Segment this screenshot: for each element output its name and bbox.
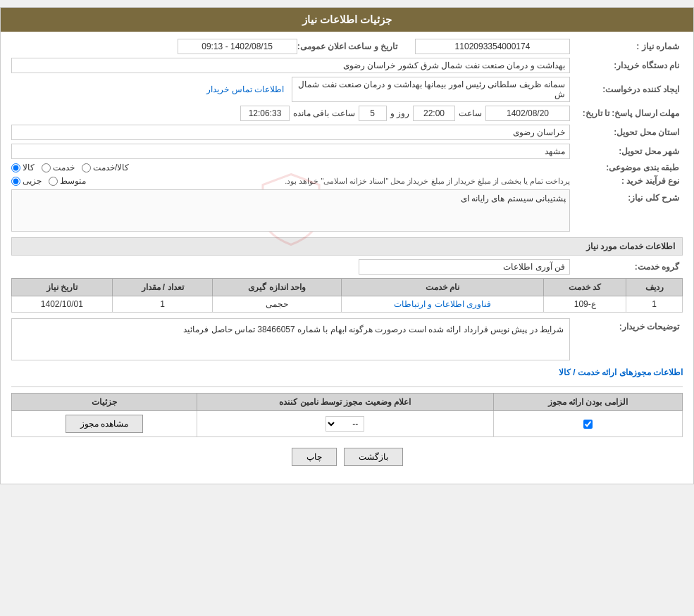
permit-required-checkbox[interactable] <box>583 420 593 429</box>
view-permit-button[interactable]: مشاهده مجوز <box>66 415 143 433</box>
permit-col-status: اعلام وضعیت مجوز توسط نامین کننده <box>197 394 493 411</box>
city-label: شهر محل تحویل: <box>570 146 683 156</box>
category-label: طبقه بندی موضوعی: <box>570 163 683 172</box>
permit-status-select[interactable]: -- دارم ندارم <box>326 416 364 432</box>
announce-label: تاریخ و ساعت اعلان عمومی: <box>297 42 401 51</box>
service-group-value: فن آوری اطلاعات <box>359 259 570 275</box>
print-button[interactable]: چاپ <box>292 448 337 466</box>
permit-col-required: الزامی بودن ارائه مجوز <box>493 394 682 411</box>
process-option-1-label: جزیی <box>23 176 42 186</box>
permit-col-details: جزئیات <box>12 394 197 411</box>
category-row: طبقه بندی موضوعی: کالا/خدمت خدمت کالا <box>11 163 683 172</box>
process-note: پرداخت تمام یا بخشی از مبلغ خریدار از مب… <box>93 177 570 186</box>
permit-table: الزامی بودن ارائه مجوز اعلام وضعیت مجوز … <box>11 393 683 437</box>
permit-status-cell: -- دارم ندارم <box>197 411 493 437</box>
col-header-code: کد خدمت <box>544 279 626 296</box>
category-option-3-label: کالا/خدمت <box>93 163 129 172</box>
description-container: ata tender پشتیبانی سیستم های رایانه ای <box>11 189 570 232</box>
province-row: استان محل تحویل: خراسان رضوی <box>11 125 683 140</box>
service-group-label: گروه خدمت: <box>570 262 683 272</box>
service-group-row: گروه خدمت: فن آوری اطلاعات <box>11 259 683 275</box>
permit-section-link[interactable]: اطلاعات مجوزهای ارائه خدمت / کالا <box>11 364 683 381</box>
col-header-row: ردیف <box>626 279 683 296</box>
city-row: شهر محل تحویل: مشهد <box>11 144 683 159</box>
cell-name: فناوری اطلاعات و ارتباطات <box>342 296 544 313</box>
province-value: خراسان رضوی <box>11 125 570 140</box>
response-deadline-label: مهلت ارسال پاسخ: تا تاریخ: <box>570 108 683 118</box>
divider-1 <box>11 386 683 387</box>
permit-required-checkbox-wrapper <box>500 420 676 429</box>
category-radio-group: کالا/خدمت خدمت کالا <box>11 163 570 172</box>
action-buttons: بازگشت چاپ <box>11 448 683 466</box>
buyer-desc-row: توضیحات خریدار: شرایط در پیش نویس قراردا… <box>11 318 683 360</box>
category-option-1[interactable]: کالا <box>11 163 35 172</box>
services-table: ردیف کد خدمت نام خدمت واحد اندازه گیری ت… <box>11 278 683 313</box>
category-radio-3[interactable] <box>82 163 91 172</box>
process-option-2[interactable]: متوسط <box>49 176 86 186</box>
buyer-desc-label: توضیحات خریدار: <box>570 318 683 332</box>
response-deadline-row: مهلت ارسال پاسخ: تا تاریخ: 1402/08/20 سا… <box>11 106 683 121</box>
process-group: پرداخت تمام یا بخشی از مبلغ خریدار از مب… <box>11 176 570 186</box>
permit-details-cell: مشاهده مجوز <box>12 411 197 437</box>
city-value: مشهد <box>11 144 570 159</box>
category-option-1-label: کالا <box>23 163 35 172</box>
cell-code: ع-109 <box>544 296 626 313</box>
description-row: شرح کلی نیاز: ata tender پشتیبانی سیستم … <box>11 189 683 232</box>
category-option-2-label: خدمت <box>53 163 75 172</box>
response-days: 5 <box>359 106 387 121</box>
buyer-org-row: نام دستگاه خریدار: بهداشت و درمان صنعت ن… <box>11 58 683 73</box>
process-radio-2[interactable] <box>49 177 58 186</box>
category-radio-2[interactable] <box>42 163 51 172</box>
category-option-2[interactable]: خدمت <box>42 163 75 172</box>
process-option-1[interactable]: جزیی <box>11 176 42 186</box>
creator-contact-link[interactable]: اطلاعات تماس خریدار <box>11 82 288 96</box>
category-radio-1[interactable] <box>11 163 20 172</box>
need-number-value: 1102093354000174 <box>415 39 570 54</box>
need-number-label: شماره نیاز : <box>570 42 683 51</box>
back-button[interactable]: بازگشت <box>344 448 403 466</box>
need-number-row: شماره نیاز : 1102093354000174 تاریخ و سا… <box>11 39 683 54</box>
permit-required-cell <box>493 411 682 437</box>
table-row: 1 ع-109 فناوری اطلاعات و ارتباطات حجمی 1… <box>12 296 683 313</box>
services-section-header: اطلاعات خدمات مورد نیاز <box>11 237 683 256</box>
process-label: نوع فرآیند خرید : <box>570 176 683 186</box>
category-option-3[interactable]: کالا/خدمت <box>82 163 129 172</box>
buyer-org-value: بهداشت و درمان صنعت نفت شمال شرق کشور خر… <box>11 58 570 73</box>
cell-qty: 1 <box>112 296 213 313</box>
response-time-label: ساعت <box>459 108 482 118</box>
page-wrapper: جزئیات اطلاعات نیاز شماره نیاز : 1102093… <box>0 7 694 484</box>
announce-value: 1402/08/15 - 09:13 <box>178 39 297 54</box>
cell-unit: حجمی <box>213 296 342 313</box>
response-remaining-label: ساعت باقی مانده <box>293 108 355 118</box>
buyer-desc-value: شرایط در پیش نویس قرارداد ارائه شده است … <box>11 318 570 360</box>
col-header-name: نام خدمت <box>342 279 544 296</box>
response-time: 22:00 <box>413 106 455 121</box>
creator-value: سمانه ظریف سلطانی رئیس امور بیمانها بهدا… <box>292 77 570 102</box>
col-header-qty: تعداد / مقدار <box>112 279 213 296</box>
col-header-date: تاریخ نیاز <box>12 279 113 296</box>
process-option-2-label: متوسط <box>60 176 86 186</box>
description-box: پشتیبانی سیستم های رایانه ای <box>11 189 570 232</box>
response-deadline-group: 1402/08/20 ساعت 22:00 روز و 5 ساعت باقی … <box>11 106 570 121</box>
province-label: استان محل تحویل: <box>570 127 683 137</box>
process-row: نوع فرآیند خرید : پرداخت تمام یا بخشی از… <box>11 176 683 186</box>
response-day-label: روز و <box>390 108 409 118</box>
response-remaining: 12:06:33 <box>240 106 290 121</box>
response-date: 1402/08/20 <box>485 106 570 121</box>
cell-date: 1402/10/01 <box>12 296 113 313</box>
creator-label: ایجاد کننده درخواست: <box>570 84 683 94</box>
content-area: شماره نیاز : 1102093354000174 تاریخ و سا… <box>1 32 693 484</box>
creator-row: ایجاد کننده درخواست: سمانه ظریف سلطانی ر… <box>11 77 683 102</box>
col-header-unit: واحد اندازه گیری <box>213 279 342 296</box>
cell-row: 1 <box>626 296 683 313</box>
permit-row: -- دارم ندارم مشاهده مجوز <box>12 411 683 437</box>
permit-link-text[interactable]: اطلاعات مجوزهای ارائه خدمت / کالا <box>559 367 683 377</box>
description-value: پشتیبانی سیستم های رایانه ای <box>16 194 566 203</box>
description-label: شرح کلی نیاز: <box>570 189 683 203</box>
process-radio-1[interactable] <box>11 177 20 186</box>
page-title: جزئیات اطلاعات نیاز <box>1 8 693 32</box>
buyer-org-label: نام دستگاه خریدار: <box>570 61 683 70</box>
